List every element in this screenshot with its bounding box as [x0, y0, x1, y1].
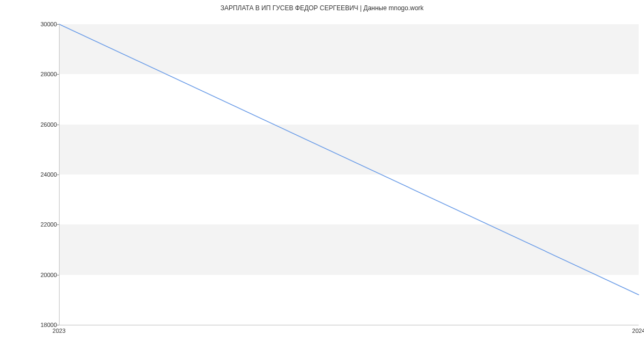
- y-tick-label: 22000: [25, 221, 57, 228]
- y-tick-mark: [56, 125, 59, 125]
- y-tick-mark: [56, 224, 59, 225]
- x-tick-label: 2023: [53, 328, 65, 334]
- y-tick-label: 28000: [25, 71, 57, 77]
- data-line: [59, 24, 639, 325]
- chart-title: ЗАРПЛАТА В ИП ГУСЕВ ФЕДОР СЕРГЕЕВИЧ | Да…: [0, 4, 644, 12]
- y-tick-label: 24000: [25, 171, 57, 178]
- y-tick-mark: [56, 325, 59, 325]
- y-axis-line: [59, 24, 60, 325]
- plot-area: [59, 24, 639, 325]
- chart-container: ЗАРПЛАТА В ИП ГУСЕВ ФЕДОР СЕРГЕЕВИЧ | Да…: [0, 0, 644, 349]
- x-tick-label: 2024: [632, 328, 644, 334]
- y-tick-label: 26000: [25, 121, 57, 128]
- x-axis-line: [59, 325, 639, 325]
- y-tick-mark: [56, 24, 59, 25]
- y-tick-mark: [56, 174, 59, 175]
- y-tick-mark: [56, 275, 59, 275]
- y-tick-label: 20000: [25, 272, 57, 278]
- y-tick-label: 30000: [25, 21, 57, 27]
- y-tick-mark: [56, 74, 59, 75]
